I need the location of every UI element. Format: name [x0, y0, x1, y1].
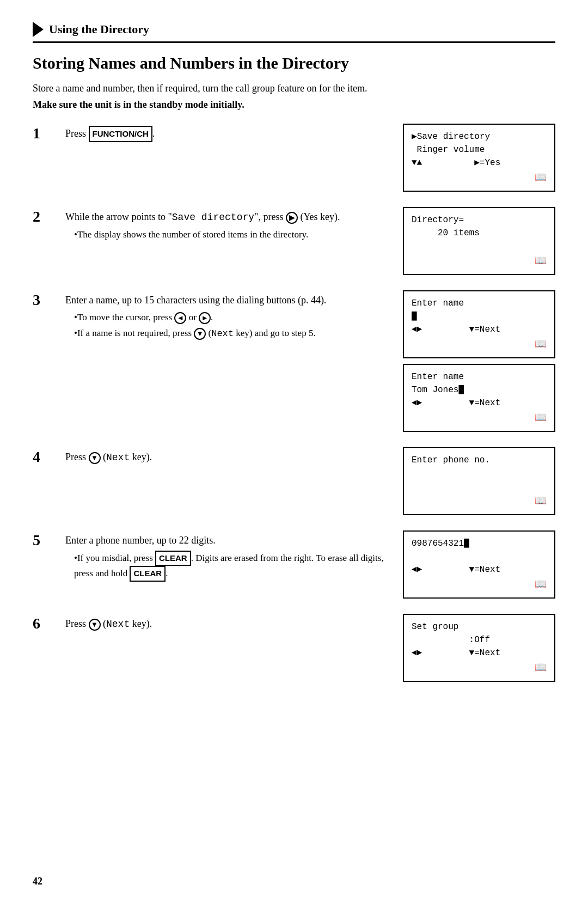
next-key: ▼: [194, 328, 206, 340]
step-3-content: Enter a name, up to 15 characters using …: [65, 290, 392, 343]
page-number: 42: [33, 876, 42, 887]
step-1-text: Press FUNCTION/CH.: [65, 126, 392, 142]
step-3-screen-1: Enter name █ ◄► ▼=Next 📖: [403, 290, 555, 358]
step-5-number: 5: [33, 530, 65, 549]
mono-next-6: Next: [106, 619, 130, 630]
step-4-number: 4: [33, 447, 65, 466]
step-5: 5 Enter a phone number, up to 22 digits.…: [33, 530, 555, 604]
lcd-line: [412, 467, 547, 480]
lcd-line: ▼▲ ▶=Yes: [412, 156, 547, 169]
down-key: ▼: [89, 452, 101, 464]
down-key-6: ▼: [89, 619, 101, 631]
step-3-bullet-1: •To move the cursor, press ◄ or ►.: [65, 310, 392, 325]
step-1: 1 Press FUNCTION/CH. ▶Save directory Rin…: [33, 124, 555, 197]
step-3-screen-2: Enter name Tom Jones█ ◄► ▼=Next 📖: [403, 364, 555, 432]
yes-key: ▶: [286, 212, 298, 224]
step-2-screen-1: Directory= 20 items 📖: [403, 207, 555, 275]
right-key: ►: [199, 312, 211, 324]
steps-container: 1 Press FUNCTION/CH. ▶Save directory Rin…: [33, 124, 555, 697]
step-6-number: 6: [33, 614, 65, 632]
mono-next: Next: [106, 452, 130, 463]
section-header: Using the Directory: [33, 22, 555, 37]
step-6: 6 Press ▼ (Next key). Set group :Off ◄► …: [33, 614, 555, 687]
step-3-bullet-2: •If a name is not required, press ▼ (Nex…: [65, 326, 392, 341]
step-2-text: While the arrow points to "Save director…: [65, 209, 392, 225]
lcd-line: Ringer volume: [412, 143, 547, 156]
step-2: 2 While the arrow points to "Save direct…: [33, 207, 555, 280]
lcd-line: [412, 240, 547, 253]
lcd-line: Enter phone no.: [412, 454, 547, 467]
step-1-content: Press FUNCTION/CH.: [65, 124, 392, 144]
lcd-line: ▶Save directory: [412, 130, 547, 143]
step-2-left: 2 While the arrow points to "Save direct…: [33, 207, 392, 243]
step-5-left: 5 Enter a phone number, up to 22 digits.…: [33, 530, 392, 584]
step-6-content: Press ▼ (Next key).: [65, 614, 392, 635]
left-key: ◄: [174, 312, 186, 324]
step-2-number: 2: [33, 207, 65, 225]
step-5-text: Enter a phone number, up to 22 digits.: [65, 533, 392, 548]
step-3-text: Enter a name, up to 15 characters using …: [65, 292, 392, 308]
lcd-line: [412, 480, 547, 493]
book-icon: 📖: [412, 170, 547, 185]
lcd-line: 20 items: [412, 227, 547, 240]
lcd-line: Enter name: [412, 297, 547, 310]
step-4-left: 4 Press ▼ (Next key).: [33, 447, 392, 468]
step-4-content: Press ▼ (Next key).: [65, 447, 392, 468]
step-5-bullet-1: •If you misdial, press CLEAR. Digits are…: [65, 551, 392, 582]
lcd-line: ◄► ▼=Next: [412, 646, 547, 660]
intro-text: Store a name and number, then if require…: [33, 81, 555, 96]
step-1-number: 1: [33, 124, 65, 142]
lcd-line: Directory=: [412, 213, 547, 227]
header-rule: [33, 41, 555, 43]
lcd-line: Tom Jones█: [412, 383, 547, 396]
book-icon: 📖: [412, 577, 547, 592]
step-1-screens: ▶Save directory Ringer volume ▼▲ ▶=Yes 📖: [403, 124, 555, 197]
step-6-screens: Set group :Off ◄► ▼=Next 📖: [403, 614, 555, 687]
book-icon: 📖: [412, 254, 547, 269]
step-5-screen-1: 0987654321█ ◄► ▼=Next 📖: [403, 530, 555, 599]
step-5-content: Enter a phone number, up to 22 digits. •…: [65, 530, 392, 584]
lcd-line: Set group: [412, 620, 547, 633]
mono-text: Save directory: [172, 212, 254, 223]
clear-key: CLEAR: [155, 551, 191, 566]
lcd-line: ◄► ▼=Next: [412, 563, 547, 576]
step-4: 4 Press ▼ (Next key). Enter phone no. 📖: [33, 447, 555, 521]
book-icon: 📖: [412, 411, 547, 425]
step-4-text: Press ▼ (Next key).: [65, 449, 392, 466]
lcd-line: Enter name: [412, 370, 547, 383]
lcd-line: [412, 550, 547, 563]
step-4-screens: Enter phone no. 📖: [403, 447, 555, 521]
step-3: 3 Enter a name, up to 15 characters usin…: [33, 290, 555, 437]
page-title: Storing Names and Numbers in the Directo…: [33, 54, 555, 72]
header-title: Using the Directory: [49, 22, 149, 36]
step-3-left: 3 Enter a name, up to 15 characters usin…: [33, 290, 392, 343]
step-1-screen-1: ▶Save directory Ringer volume ▼▲ ▶=Yes 📖: [403, 124, 555, 192]
book-icon: 📖: [412, 661, 547, 675]
lcd-line: 0987654321█: [412, 537, 547, 550]
step-4-screen-1: Enter phone no. 📖: [403, 447, 555, 515]
step-2-screens: Directory= 20 items 📖: [403, 207, 555, 280]
step-2-bullet: •The display shows the number of stored …: [65, 228, 392, 242]
book-icon: 📖: [412, 337, 547, 352]
step-2-content: While the arrow points to "Save director…: [65, 207, 392, 243]
bold-note: Make sure the unit is in the standby mod…: [33, 99, 555, 111]
step-3-number: 3: [33, 290, 65, 309]
lcd-line: ◄► ▼=Next: [412, 323, 547, 336]
step-6-screen-1: Set group :Off ◄► ▼=Next 📖: [403, 614, 555, 682]
lcd-line: ◄► ▼=Next: [412, 396, 547, 410]
header-arrow-icon: [33, 22, 44, 37]
book-icon: 📖: [412, 494, 547, 509]
step-3-screens: Enter name █ ◄► ▼=Next 📖 Enter name Tom …: [403, 290, 555, 437]
function-ch-key: FUNCTION/CH: [89, 126, 152, 142]
step-1-left: 1 Press FUNCTION/CH.: [33, 124, 392, 144]
step-6-left: 6 Press ▼ (Next key).: [33, 614, 392, 635]
step-5-screens: 0987654321█ ◄► ▼=Next 📖: [403, 530, 555, 604]
clear-key-2: CLEAR: [130, 566, 166, 582]
lcd-line: :Off: [412, 633, 547, 646]
step-6-text: Press ▼ (Next key).: [65, 616, 392, 632]
lcd-line: █: [412, 310, 547, 323]
mono-text: Next: [211, 328, 234, 339]
